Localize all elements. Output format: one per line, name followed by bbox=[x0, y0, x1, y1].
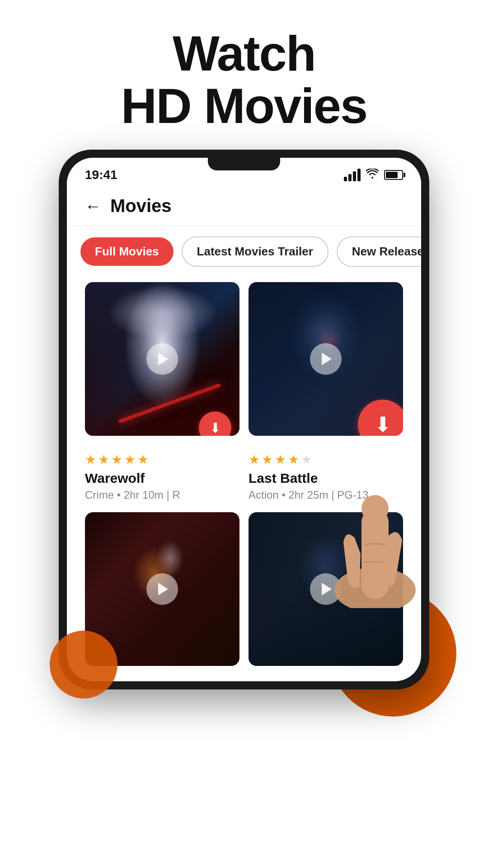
download-button-last-battle[interactable]: ⬇ bbox=[358, 400, 403, 436]
star-5: ★ bbox=[137, 452, 149, 467]
phone-mockup: 19:41 bbox=[59, 150, 429, 689]
hero-section: Watch HD Movies bbox=[0, 0, 488, 150]
hero-title-line2: HD Movies bbox=[121, 78, 367, 133]
play-button-warewolf[interactable] bbox=[146, 343, 178, 375]
download-arrow-icon-2: ⬇ bbox=[374, 412, 392, 436]
movie-thumbnail-last-battle[interactable]: ⬇ bbox=[249, 282, 403, 436]
tab-latest-trailer[interactable]: Latest Movies Trailer bbox=[182, 236, 328, 267]
app-header: ← Movies bbox=[67, 187, 421, 226]
download-button-warewolf[interactable]: ⬇ bbox=[199, 411, 231, 436]
hero-title: Watch HD Movies bbox=[18, 27, 470, 132]
movie-thumbnail-warewolf[interactable]: ⬇ bbox=[85, 282, 239, 436]
play-triangle-icon-3 bbox=[158, 583, 168, 595]
back-button[interactable]: ← bbox=[85, 197, 101, 216]
play-triangle-icon-2 bbox=[322, 353, 332, 365]
tab-full-movies[interactable]: Full Movies bbox=[80, 237, 174, 266]
phone-frame: 19:41 bbox=[59, 150, 429, 689]
play-triangle-icon bbox=[158, 353, 168, 365]
star-4: ★ bbox=[124, 452, 136, 467]
star-5-empty: ★ bbox=[301, 452, 312, 467]
wifi-icon bbox=[366, 169, 379, 181]
star-3: ★ bbox=[111, 452, 122, 467]
svg-point-2 bbox=[361, 495, 389, 522]
battery-icon bbox=[384, 170, 403, 180]
signal-bars-icon bbox=[344, 169, 361, 181]
movie-meta-warewolf: Crime • 2hr 10m | R bbox=[85, 489, 239, 501]
star-3: ★ bbox=[275, 452, 286, 467]
orange-decoration-left bbox=[50, 631, 117, 698]
movie-title-warewolf: Warewolf bbox=[85, 471, 239, 486]
movie-card-warewolf: ⬇ ★ ★ ★ ★ ★ Warewolf Crime bbox=[80, 282, 244, 512]
hero-title-line1: Watch bbox=[173, 25, 315, 81]
tab-new-releases[interactable]: New Releases bbox=[337, 236, 421, 267]
play-button-3[interactable] bbox=[146, 573, 178, 605]
movie-info-warewolf: ★ ★ ★ ★ ★ Warewolf Crime • 2hr 10m | bbox=[85, 436, 239, 501]
star-4: ★ bbox=[288, 452, 299, 467]
star-1: ★ bbox=[85, 452, 96, 467]
phone-notch bbox=[208, 158, 280, 170]
star-rating-warewolf: ★ ★ ★ ★ ★ bbox=[85, 452, 239, 467]
star-2: ★ bbox=[98, 452, 109, 467]
hand-overlay bbox=[330, 454, 447, 608]
status-icons bbox=[344, 169, 403, 181]
filter-tabs: Full Movies Latest Movies Trailer New Re… bbox=[67, 226, 421, 278]
star-2: ★ bbox=[262, 452, 273, 467]
play-button-last-battle[interactable] bbox=[310, 343, 342, 375]
page-title: Movies bbox=[110, 196, 172, 216]
status-time: 19:41 bbox=[85, 168, 117, 182]
download-arrow-icon: ⬇ bbox=[210, 420, 221, 436]
star-1: ★ bbox=[249, 452, 260, 467]
